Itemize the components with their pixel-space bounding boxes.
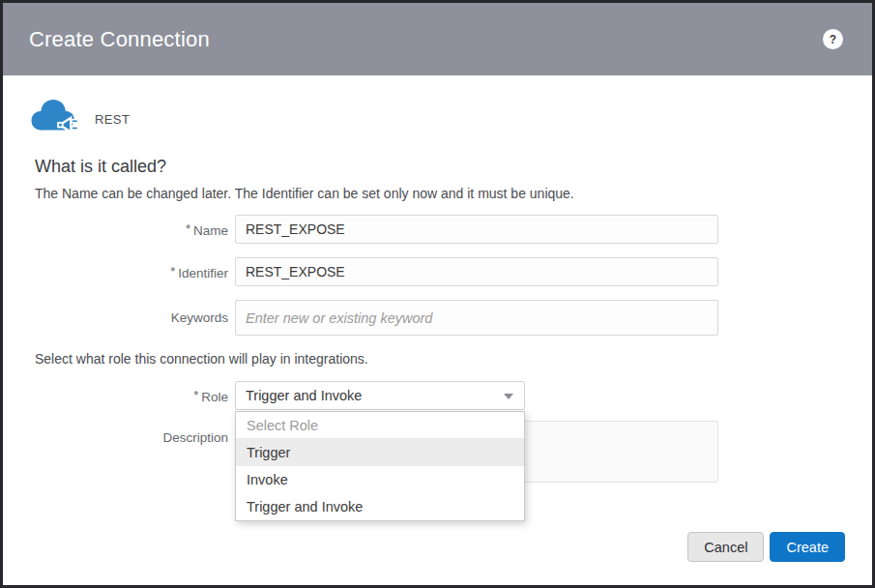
role-option-trigger[interactable]: Trigger xyxy=(236,439,524,466)
identifier-label: *Identifier xyxy=(3,264,228,280)
keywords-row: Keywords xyxy=(3,300,872,336)
role-section-subtext: Select what role this connection will pl… xyxy=(35,351,872,367)
name-input[interactable] xyxy=(235,215,718,244)
role-option-trigger-and-invoke[interactable]: Trigger and Invoke xyxy=(236,493,524,520)
required-marker: * xyxy=(170,264,175,279)
name-section-heading: What is it called? xyxy=(35,157,872,177)
role-row: *Role Trigger and Invoke Select Role Tri… xyxy=(3,381,872,410)
dialog-header: Create Connection ? xyxy=(3,3,872,75)
create-button[interactable]: Create xyxy=(770,532,845,562)
cancel-button[interactable]: Cancel xyxy=(687,532,764,562)
create-connection-dialog: Create Connection ? REST xyxy=(0,0,875,588)
role-selected-value: Trigger and Invoke xyxy=(246,388,362,403)
connector-type-label: REST xyxy=(95,112,130,127)
role-option-select-role[interactable]: Select Role xyxy=(236,412,524,439)
role-label: *Role xyxy=(3,388,228,404)
cloud-plug-icon xyxy=(26,95,82,143)
identifier-row: *Identifier xyxy=(3,257,872,286)
description-label: Description xyxy=(3,430,228,445)
help-icon[interactable]: ? xyxy=(823,29,843,49)
role-dropdown-panel: Select Role Trigger Invoke Trigger and I… xyxy=(235,411,525,521)
name-row: *Name xyxy=(3,215,872,244)
role-select[interactable]: Trigger and Invoke xyxy=(235,381,525,410)
dialog-title: Create Connection xyxy=(29,27,210,52)
keywords-input[interactable] xyxy=(235,300,718,336)
keywords-label: Keywords xyxy=(3,310,228,325)
name-label: *Name xyxy=(3,221,228,238)
chevron-down-icon xyxy=(504,394,513,399)
identifier-input[interactable] xyxy=(235,257,718,286)
role-option-invoke[interactable]: Invoke xyxy=(236,466,524,493)
name-section-subtext: The Name can be changed later. The Ident… xyxy=(35,186,872,201)
required-marker: * xyxy=(193,388,198,402)
required-marker: * xyxy=(186,221,190,236)
connector-identity: REST xyxy=(26,95,872,143)
dialog-footer: Cancel Create xyxy=(687,532,845,562)
